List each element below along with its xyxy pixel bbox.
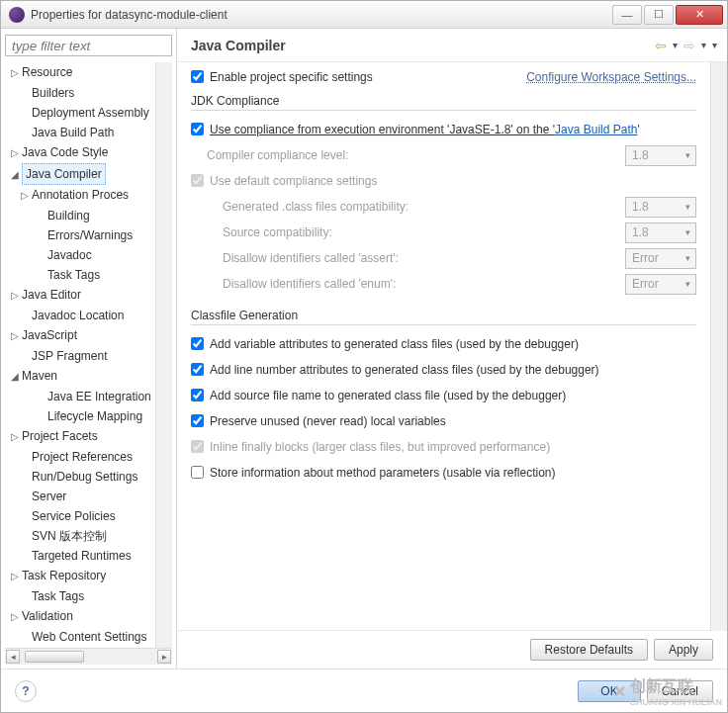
tree-item-annotation-proces[interactable]: ▷Annotation Proces bbox=[5, 185, 155, 206]
tree-twisty-icon[interactable]: ▷ bbox=[9, 607, 20, 627]
help-button[interactable]: ? bbox=[15, 680, 37, 702]
tree-twisty-icon[interactable]: ▷ bbox=[19, 186, 30, 206]
tree-item-task-repository[interactable]: ▷Task Repository bbox=[5, 566, 155, 586]
tree-item-java-code-style[interactable]: ▷Java Code Style bbox=[5, 142, 155, 163]
tree-twisty-icon[interactable]: ◢ bbox=[9, 367, 20, 387]
content-scrollbar[interactable] bbox=[710, 62, 727, 631]
property-tree[interactable]: ▷ResourceBuildersDeployment AssemblyJava… bbox=[5, 62, 155, 648]
tree-item-deployment-assembly[interactable]: Deployment Assembly bbox=[5, 103, 155, 123]
tree-scrollbar-horizontal[interactable]: ◂ ▸ bbox=[5, 648, 172, 665]
tree-item-java-build-path[interactable]: Java Build Path bbox=[5, 123, 155, 142]
cf6-checkbox[interactable] bbox=[191, 466, 204, 479]
tree-twisty-icon[interactable]: ▷ bbox=[9, 63, 20, 83]
titlebar: Properties for datasync-module-client — … bbox=[1, 1, 727, 29]
back-icon[interactable]: ⇦ bbox=[655, 38, 667, 53]
scroll-thumb[interactable] bbox=[25, 651, 84, 663]
cf5-row: Inline finally blocks (larger class file… bbox=[191, 440, 550, 454]
tree-twisty-icon[interactable]: ▷ bbox=[9, 286, 20, 306]
cancel-button[interactable]: Cancel bbox=[647, 680, 713, 702]
cf2-checkbox[interactable] bbox=[191, 363, 204, 376]
tree-item-java-editor[interactable]: ▷Java Editor bbox=[5, 285, 155, 306]
tree-item-targeted-runtimes[interactable]: Targeted Runtimes bbox=[5, 546, 155, 566]
use-compliance-row[interactable]: Use compliance from execution environmen… bbox=[191, 123, 640, 136]
tree-item-label: SVN 版本控制 bbox=[32, 529, 107, 543]
cf2-label: Add line number attributes to generated … bbox=[210, 363, 599, 377]
filter-input[interactable] bbox=[5, 35, 172, 56]
minimize-button[interactable]: — bbox=[612, 5, 642, 25]
cf1-checkbox[interactable] bbox=[191, 337, 204, 350]
tree-scrollbar-vertical[interactable] bbox=[155, 62, 172, 648]
tree-twisty-icon[interactable]: ▷ bbox=[9, 326, 20, 346]
cf3-row[interactable]: Add source file name to generated class … bbox=[191, 389, 566, 402]
window-title: Properties for datasync-module-client bbox=[31, 8, 612, 22]
tree-item-service-policies[interactable]: Service Policies bbox=[5, 506, 155, 526]
source-compat-label: Source compatibility: bbox=[223, 225, 625, 239]
tree-item-javadoc-location[interactable]: Javadoc Location bbox=[5, 306, 155, 325]
eclipse-icon bbox=[9, 7, 25, 23]
tree-item-javascript[interactable]: ▷JavaScript bbox=[5, 325, 155, 346]
cf3-checkbox[interactable] bbox=[191, 389, 204, 401]
use-default-checkbox bbox=[191, 174, 204, 187]
tree-item-building[interactable]: Building bbox=[5, 206, 155, 225]
tree-twisty-icon[interactable]: ▷ bbox=[9, 567, 20, 586]
tree-item-task-tags[interactable]: Task Tags bbox=[5, 586, 155, 606]
compiler-level-select: 1.8 bbox=[625, 145, 696, 166]
tree-item-lifecycle-mapping[interactable]: Lifecycle Mapping bbox=[5, 406, 155, 426]
scroll-right-arrow[interactable]: ▸ bbox=[157, 650, 171, 664]
tree-item-label: Targeted Runtimes bbox=[32, 549, 132, 563]
maximize-button[interactable]: ☐ bbox=[644, 5, 674, 25]
use-compliance-checkbox[interactable] bbox=[191, 123, 204, 135]
jdk-compliance-group: JDK Compliance bbox=[191, 94, 696, 111]
enable-project-specific[interactable]: Enable project specific settings bbox=[191, 70, 526, 84]
tree-item-java-compiler[interactable]: ◢Java Compiler bbox=[5, 163, 155, 185]
tree-twisty-icon[interactable]: ◢ bbox=[9, 165, 20, 185]
cf4-row[interactable]: Preserve unused (never read) local varia… bbox=[191, 414, 446, 428]
tree-item-svn-[interactable]: SVN 版本控制 bbox=[5, 526, 155, 546]
cf1-row[interactable]: Add variable attributes to generated cla… bbox=[191, 337, 579, 351]
tree-item-label: Run/Debug Settings bbox=[32, 470, 137, 484]
cf2-row[interactable]: Add line number attributes to generated … bbox=[191, 363, 599, 377]
tree-twisty-icon[interactable]: ▷ bbox=[9, 143, 20, 163]
configure-workspace-link[interactable]: Configure Workspace Settings... bbox=[526, 70, 696, 84]
cf6-row[interactable]: Store information about method parameter… bbox=[191, 466, 556, 480]
tree-item-resource[interactable]: ▷Resource bbox=[5, 62, 155, 83]
tree-item-builders[interactable]: Builders bbox=[5, 83, 155, 103]
tree-item-project-facets[interactable]: ▷Project Facets bbox=[5, 426, 155, 447]
sidebar: ▷ResourceBuildersDeployment AssemblyJava… bbox=[1, 29, 177, 668]
cf4-checkbox[interactable] bbox=[191, 414, 204, 427]
tree-item-label: Web Content Settings bbox=[32, 630, 147, 644]
tree-item-label: Errors/Warnings bbox=[47, 228, 133, 242]
forward-menu-icon[interactable]: ▾ bbox=[701, 40, 706, 50]
tree-item-label: Resource bbox=[22, 65, 72, 79]
tree-item-jsp-fragment[interactable]: JSP Fragment bbox=[5, 346, 155, 366]
tree-item-validation[interactable]: ▷Validation bbox=[5, 606, 155, 627]
enable-project-checkbox[interactable] bbox=[191, 70, 204, 83]
tree-item-maven[interactable]: ◢Maven bbox=[5, 366, 155, 387]
view-menu-icon[interactable]: ▾ bbox=[712, 40, 717, 50]
tree-item-run-debug-settings[interactable]: Run/Debug Settings bbox=[5, 467, 155, 487]
cf3-label: Add source file name to generated class … bbox=[210, 389, 566, 402]
tree-item-label: Validation bbox=[22, 609, 73, 623]
scroll-left-arrow[interactable]: ◂ bbox=[6, 650, 20, 664]
tree-item-label: Project References bbox=[32, 450, 133, 464]
tree-item-label: Server bbox=[32, 490, 66, 503]
nav-icons: ⇦▾ ⇨▾ ▾ bbox=[655, 38, 717, 53]
java-build-path-link[interactable]: Java Build Path bbox=[555, 123, 637, 136]
tree-item-server[interactable]: Server bbox=[5, 487, 155, 506]
restore-defaults-button[interactable]: Restore Defaults bbox=[530, 639, 648, 661]
tree-item-project-references[interactable]: Project References bbox=[5, 447, 155, 467]
back-menu-icon[interactable]: ▾ bbox=[673, 40, 678, 50]
enable-project-label: Enable project specific settings bbox=[210, 70, 373, 84]
tree-item-task-tags[interactable]: Task Tags bbox=[5, 265, 155, 285]
ok-button[interactable]: OK bbox=[578, 680, 640, 702]
apply-button[interactable]: Apply bbox=[654, 639, 713, 661]
tree-item-label: Task Repository bbox=[22, 569, 106, 582]
tree-item-java-ee-integration[interactable]: Java EE Integration bbox=[5, 387, 155, 406]
close-button[interactable]: ✕ bbox=[676, 5, 723, 25]
tree-item-errors-warnings[interactable]: Errors/Warnings bbox=[5, 225, 155, 245]
tree-item-javadoc[interactable]: Javadoc bbox=[5, 245, 155, 265]
forward-icon[interactable]: ⇨ bbox=[683, 38, 695, 53]
tree-item-web-content-settings[interactable]: Web Content Settings bbox=[5, 627, 155, 647]
tree-twisty-icon[interactable]: ▷ bbox=[9, 427, 20, 447]
page-title: Java Compiler bbox=[191, 38, 655, 53]
